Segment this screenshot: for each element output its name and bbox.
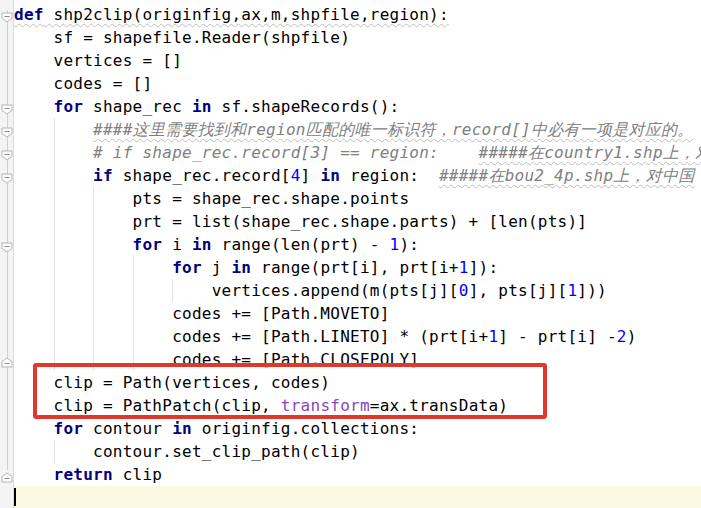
code-token: ]): [469,258,499,277]
code-line-19[interactable]: for contour in originfig.collections: [14,417,701,440]
code-token: sf.shapeRecords(): [212,97,400,116]
fold-collapse-icon[interactable] [1,167,13,178]
code-token: range(prt[i], prt[i+ [251,258,459,277]
code-token: codes += [Path.MOVETO] [14,304,390,323]
code-token: vertices = [] [14,51,182,70]
code-token: for [54,419,84,438]
code-token: for [133,235,163,254]
code-token: # if shape_rec.record[3] == region: [93,143,478,162]
code-token [14,258,172,277]
code-token [14,143,93,162]
code-token: j [202,258,232,277]
code-line-12[interactable]: for j in range(prt[i], prt[i+1]): [14,256,701,279]
code-line-22[interactable] [14,486,701,508]
code-token: region: [340,166,439,185]
code-token [14,235,133,254]
code-area[interactable]: def shp2clip(originfig,ax,m,shpfile,regi… [14,3,701,508]
code-token: ####这里需要找到和region匹配的唯一标识符，record[]中必有一项是… [93,120,693,139]
code-token: ])) [577,281,607,300]
code-line-4[interactable]: codes = [] [14,72,701,95]
code-line-20[interactable]: contour.set_clip_path(clip) [14,440,701,463]
code-token: #####在country1.shp上，对 [479,143,701,162]
code-token: ): [399,235,419,254]
fold-collapse-icon[interactable] [1,98,13,109]
code-token: 1 [567,281,577,300]
code-token: ) [627,327,637,346]
code-token: if [93,166,113,185]
fold-end-icon[interactable] [1,351,13,362]
code-line-3[interactable]: vertices = [] [14,49,701,72]
code-token: range(len(prt) - [212,235,390,254]
code-token: sf = shapefile.Reader(shpfile) [14,28,350,47]
code-token: shape_rec [83,97,192,116]
code-token: in [172,419,192,438]
code-token: shape_rec.record[ [113,166,291,185]
code-token: prt = list(shape_rec.shape.parts) + [len… [14,212,587,231]
code-token: 2 [617,327,627,346]
code-token: return [54,465,113,484]
code-token: in [231,258,251,277]
editor-gutter [0,0,14,508]
code-line-6[interactable]: ####这里需要找到和region匹配的唯一标识符，record[]中必有一项是… [14,118,701,141]
code-token: pts = shape_rec.shape.points [14,189,409,208]
code-line-9[interactable]: pts = shape_rec.shape.points [14,187,701,210]
code-line-13[interactable]: vertices.append(m(pts[j][0], pts[j][1])) [14,279,701,302]
code-token: ] [301,166,321,185]
code-token: ], pts[j][ [469,281,568,300]
code-token: vertices.append(m(pts[j][ [14,281,459,300]
text-caret [14,488,16,506]
code-token: 0 [459,281,469,300]
code-token: 4 [291,166,301,185]
code-token: 1 [459,258,469,277]
code-token [14,419,54,438]
code-token: in [320,166,340,185]
code-line-11[interactable]: for i in range(len(prt) - 1): [14,233,701,256]
fold-end-icon[interactable] [1,466,13,477]
code-token: codes += [Path.LINETO] * (prt[i+ [14,327,488,346]
fold-collapse-icon[interactable] [1,144,13,155]
code-token: i [162,235,192,254]
code-token: def [14,5,44,24]
code-token: 1 [390,235,400,254]
code-line-8[interactable]: if shape_rec.record[4] in region: #####在… [14,164,701,187]
code-token: for [54,97,84,116]
fold-collapse-icon[interactable] [1,121,13,132]
pycharm-editor: def shp2clip(originfig,ax,m,shpfile,regi… [0,0,701,508]
code-token: originfig.collections: [192,419,419,438]
code-token: shp2clip(originfig,ax,m,shpfile,region): [44,5,449,24]
code-line-21[interactable]: return clip [14,463,701,486]
code-token [14,465,54,484]
fold-collapse-icon[interactable] [1,6,13,17]
code-token: contour.set_clip_path(clip) [14,442,360,461]
code-token: codes = [] [14,74,152,93]
code-line-2[interactable]: sf = shapefile.Reader(shpfile) [14,26,701,49]
code-token: clip [113,465,162,484]
code-token [14,120,93,139]
code-token: in [192,235,212,254]
code-token: ] - prt[i] - [498,327,617,346]
code-token [14,166,93,185]
fold-collapse-icon[interactable] [1,236,13,247]
red-annotation-box [33,363,547,419]
code-token: in [192,97,212,116]
code-line-7[interactable]: # if shape_rec.record[3] == region: ####… [14,141,701,164]
code-token: 1 [488,327,498,346]
code-line-15[interactable]: codes += [Path.LINETO] * (prt[i+1] - prt… [14,325,701,348]
code-token: #####在bou2_4p.shp上，对中国 [439,166,695,185]
code-token: for [172,258,202,277]
code-token: contour [83,419,172,438]
code-line-5[interactable]: for shape_rec in sf.shapeRecords(): [14,95,701,118]
code-token [14,97,54,116]
code-line-1[interactable]: def shp2clip(originfig,ax,m,shpfile,regi… [14,3,701,26]
code-line-14[interactable]: codes += [Path.MOVETO] [14,302,701,325]
code-line-10[interactable]: prt = list(shape_rec.shape.parts) + [len… [14,210,701,233]
